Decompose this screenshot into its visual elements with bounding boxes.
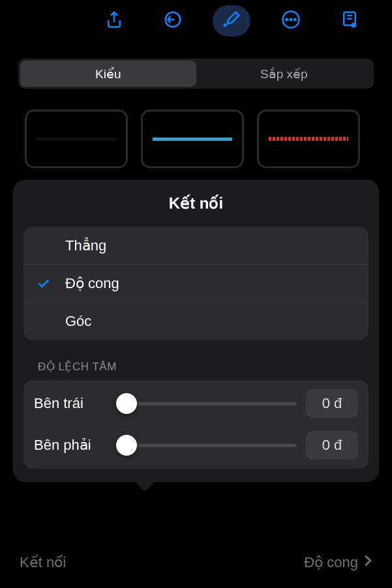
offset-sliders: Bên trái 0 đ Bên phải 0 đ bbox=[23, 380, 369, 469]
left-offset-label: Bên trái bbox=[34, 395, 107, 412]
offset-section-label: ĐỘ LỆCH TÂM bbox=[38, 360, 369, 374]
option-label: Thẳng bbox=[65, 237, 106, 254]
connection-row-value: Độ cong bbox=[304, 554, 358, 571]
left-offset-value[interactable]: 0 đ bbox=[306, 389, 358, 418]
checkmark-icon bbox=[37, 276, 65, 291]
connection-row[interactable]: Kết nối Độ cong bbox=[20, 554, 372, 571]
svg-point-2 bbox=[286, 19, 288, 21]
undo-button[interactable] bbox=[154, 5, 192, 37]
svg-point-3 bbox=[290, 19, 292, 21]
svg-point-4 bbox=[294, 19, 296, 21]
svg-point-6 bbox=[351, 23, 356, 28]
style-arrange-segmented: Kiểu Sắp xếp bbox=[18, 59, 374, 89]
slider-thumb[interactable] bbox=[116, 435, 137, 456]
slider-thumb[interactable] bbox=[116, 393, 137, 414]
right-offset-value[interactable]: 0 đ bbox=[306, 431, 358, 460]
option-label: Góc bbox=[65, 313, 91, 330]
preset-3[interactable] bbox=[257, 110, 360, 168]
connection-popover: Kết nối Thẳng Độ cong Góc ĐỘ LỆCH TÂM Bê… bbox=[13, 180, 379, 482]
format-brush-button[interactable] bbox=[213, 5, 250, 37]
presenter-button[interactable] bbox=[331, 5, 369, 37]
undo-icon bbox=[163, 10, 183, 32]
option-label: Độ cong bbox=[65, 275, 119, 292]
option-curved[interactable]: Độ cong bbox=[23, 265, 369, 302]
popover-arrow bbox=[134, 469, 156, 492]
right-offset-slider[interactable] bbox=[116, 434, 297, 456]
tab-style[interactable]: Kiểu bbox=[20, 61, 196, 87]
preset-1[interactable] bbox=[25, 110, 128, 168]
presenter-icon bbox=[340, 10, 359, 32]
connection-row-label: Kết nối bbox=[20, 554, 66, 571]
share-button[interactable] bbox=[95, 5, 133, 37]
option-straight[interactable]: Thẳng bbox=[23, 227, 369, 265]
chevron-right-icon bbox=[363, 554, 372, 571]
preset-2[interactable] bbox=[141, 110, 244, 168]
left-offset-slider[interactable] bbox=[116, 392, 297, 415]
tab-arrange[interactable]: Sắp xếp bbox=[196, 61, 372, 87]
connection-type-list: Thẳng Độ cong Góc bbox=[23, 227, 369, 340]
option-corner[interactable]: Góc bbox=[23, 302, 369, 340]
more-button[interactable] bbox=[272, 5, 310, 37]
connection-row-value-group: Độ cong bbox=[304, 554, 372, 571]
right-offset-label: Bên phải bbox=[34, 437, 107, 454]
popover-title: Kết nối bbox=[23, 194, 369, 213]
line-style-presets bbox=[0, 100, 392, 168]
share-icon bbox=[104, 10, 124, 32]
left-offset-row: Bên trái 0 đ bbox=[23, 383, 369, 424]
brush-icon bbox=[222, 10, 241, 32]
right-offset-row: Bên phải 0 đ bbox=[23, 424, 369, 466]
more-icon bbox=[281, 10, 301, 32]
top-toolbar bbox=[0, 0, 392, 47]
